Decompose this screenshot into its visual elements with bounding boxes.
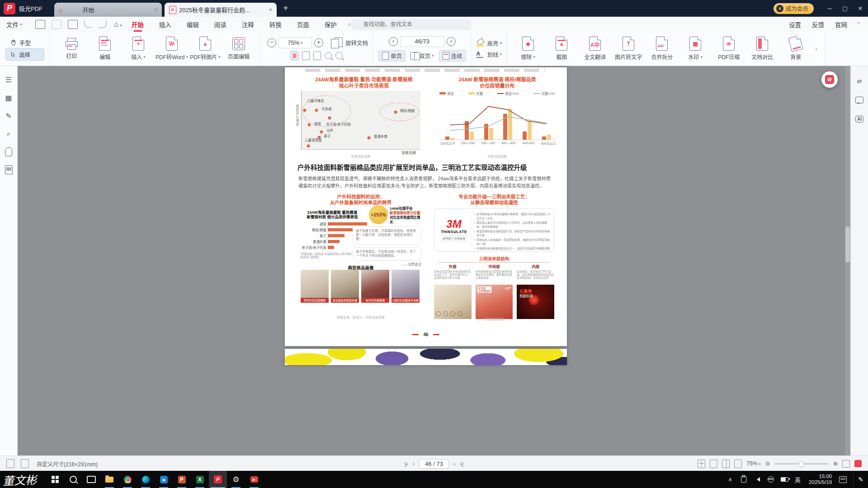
panel-toggle-icon[interactable]: ⇄	[854, 76, 864, 86]
fullscreen-icon[interactable]	[842, 460, 850, 468]
translate-button[interactable]: A中 全文翻译	[578, 37, 612, 61]
zoom-out-button[interactable]: −	[267, 38, 276, 47]
single-page-mode[interactable]: 单页	[378, 50, 406, 61]
watermark-button[interactable]: ▦ 水印	[679, 37, 712, 61]
page-number-input[interactable]: 46/73	[400, 36, 444, 47]
previous-page-button[interactable]: ‹	[389, 37, 398, 46]
tab-document-close-icon[interactable]: ×	[269, 6, 272, 13]
task-view-button[interactable]	[82, 471, 100, 488]
insert-button[interactable]: + 插入	[122, 37, 155, 61]
chrome-button[interactable]	[118, 471, 137, 488]
actual-size-icon[interactable]	[313, 52, 321, 60]
zoom-out-loupe-icon[interactable]	[335, 52, 343, 59]
fit-page-icon[interactable]	[302, 52, 310, 60]
video-app-button[interactable]: ▶	[245, 471, 263, 488]
promo-icon[interactable]	[854, 460, 862, 467]
minimize-button[interactable]: ─	[822, 0, 837, 17]
bookmark-panel-icon[interactable]	[21, 459, 29, 468]
sidebar-search-icon[interactable]: ⌕	[4, 129, 14, 139]
sidebar-menu-icon[interactable]: ☰	[4, 75, 14, 84]
menu-page[interactable]: 页面	[297, 17, 309, 32]
edge-button[interactable]	[137, 471, 155, 488]
menu-edit[interactable]: 编辑	[187, 17, 199, 32]
pdf-app-button[interactable]: P	[209, 471, 227, 488]
sidebar-notes-icon[interactable]	[4, 165, 14, 175]
start-button[interactable]	[46, 471, 64, 488]
print-button[interactable]: 打印	[55, 38, 88, 60]
statusbar-page-input[interactable]: 46 / 73	[419, 459, 449, 469]
tab-document[interactable]: P 2025秋冬童装童鞋行业趋... ×	[165, 3, 277, 17]
open-file-icon[interactable]	[35, 20, 45, 29]
taskbar-clock[interactable]: 15:002025/5/19	[805, 474, 835, 485]
menu-start[interactable]: 开始	[132, 17, 144, 32]
ai-tools-icon[interactable]: AI	[854, 114, 864, 124]
excel-button[interactable]: X	[191, 471, 209, 488]
file-explorer-button[interactable]	[100, 471, 118, 488]
print-icon[interactable]	[68, 20, 78, 29]
search-input[interactable]	[352, 19, 471, 30]
vertical-scrollbar[interactable]	[845, 66, 850, 455]
zoom-in-button[interactable]: +	[314, 38, 323, 47]
ribbon-more-icon[interactable]: ›	[812, 45, 820, 52]
zoom-level-select[interactable]: 75%	[278, 38, 312, 48]
messenger-button[interactable]: ◈	[155, 471, 173, 488]
sidebar-attachment-icon[interactable]	[4, 147, 14, 157]
next-page-button[interactable]: ›	[447, 37, 456, 46]
sidebar-annotation-icon[interactable]: ✎	[4, 111, 14, 121]
compress-button[interactable]: ≋ PDF压缩	[712, 37, 745, 61]
pdf-to-image-button[interactable]: ▲ PDF转图片	[189, 37, 222, 61]
menu-read[interactable]: 阅读	[214, 17, 226, 32]
underline-button[interactable]: A 划线	[476, 50, 502, 59]
tray-expand-icon[interactable]: ∧	[724, 471, 736, 488]
redo-icon[interactable]	[99, 21, 107, 28]
statusbar-zoom-out-icon[interactable]: ⊖	[765, 460, 770, 467]
tab-home-close-icon[interactable]: ×	[154, 6, 157, 13]
powerpoint-button[interactable]: P	[173, 471, 191, 488]
usb-icon[interactable]	[738, 471, 750, 488]
zoom-slider-knob[interactable]	[798, 461, 804, 467]
double-page-mode[interactable]: 双页	[407, 51, 437, 61]
zoom-slider[interactable]	[774, 463, 829, 465]
single-page-view-icon[interactable]	[710, 460, 717, 468]
menu-protect[interactable]: 保护	[325, 17, 337, 32]
input-language-indicator[interactable]: 英	[792, 475, 803, 484]
battery-icon[interactable]	[778, 471, 790, 488]
thumbnail-panel-icon[interactable]	[6, 459, 14, 468]
prev-page-icon[interactable]: ‹	[413, 460, 415, 467]
select-tool-button[interactable]: 选择	[5, 48, 44, 61]
continuous-mode[interactable]: 连续	[439, 50, 466, 61]
next-page-icon[interactable]: ›	[453, 460, 455, 467]
edit-button[interactable]: 编辑	[88, 37, 122, 61]
sidebar-thumbnails-icon[interactable]: ▦	[4, 93, 14, 103]
file-menu[interactable]: 文件	[6, 20, 22, 29]
book-view-icon[interactable]	[734, 460, 742, 468]
undo-icon[interactable]	[84, 21, 92, 28]
first-page-icon[interactable]: |‹	[405, 460, 408, 467]
hand-tool-button[interactable]: 手型	[6, 37, 44, 48]
menu-website[interactable]: 官网	[835, 17, 847, 32]
statusbar-zoom-in-icon[interactable]: ⊕	[833, 460, 838, 467]
compare-button[interactable]: 文档对比	[745, 37, 779, 61]
tab-home[interactable]: ⌂ 开始 ×	[54, 3, 162, 17]
new-tab-button[interactable]: +	[283, 3, 288, 14]
home-view-icon[interactable]: ⌂	[114, 20, 122, 28]
maximize-button[interactable]: ▢	[837, 0, 853, 17]
last-page-icon[interactable]: ›|	[460, 460, 463, 467]
statusbar-zoom-select[interactable]: 75%	[746, 460, 761, 467]
fit-width-icon[interactable]	[291, 52, 298, 60]
image-to-text-button[interactable]: T 图片转文字	[612, 37, 645, 61]
screenshot-button[interactable]: ▲ 截图	[545, 37, 578, 61]
merge-split-button[interactable]: 合并拆分	[645, 37, 679, 61]
multi-page-view-icon[interactable]	[698, 460, 705, 468]
rotate-document-button[interactable]: 旋转文档	[331, 38, 368, 48]
menu-settings[interactable]: 设置	[789, 17, 801, 32]
collapse-ribbon-icon[interactable]: ⌃	[856, 21, 861, 28]
menu-convert[interactable]: 转换	[269, 17, 282, 32]
close-button[interactable]: ✕	[853, 0, 868, 17]
taskbar-search-button[interactable]	[64, 471, 82, 488]
comment-icon[interactable]	[854, 95, 864, 105]
volume-icon[interactable]	[751, 471, 763, 488]
notification-center-icon[interactable]	[839, 476, 847, 483]
erase-button[interactable]: ◆ 擦除	[511, 37, 545, 61]
scrollbar-thumb[interactable]	[845, 226, 850, 263]
